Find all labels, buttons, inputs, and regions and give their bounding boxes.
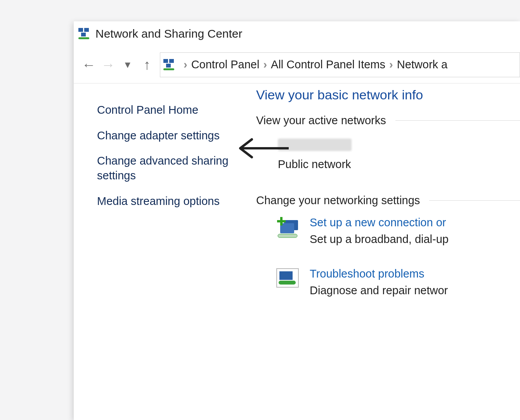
option-setup-connection[interactable]: Set up a new connection or Set up a broa… xyxy=(276,216,520,246)
section-label: View your active networks xyxy=(256,114,386,127)
content-area: Control Panel Home Change adapter settin… xyxy=(74,83,520,420)
troubleshoot-icon xyxy=(276,267,301,291)
breadcrumb-item[interactable]: Network a xyxy=(397,58,448,71)
option-troubleshoot[interactable]: Troubleshoot problems Diagnose and repai… xyxy=(276,267,520,297)
nav-back-button[interactable]: ← xyxy=(80,56,98,74)
nav-recent-menu[interactable]: ▼ xyxy=(119,56,137,74)
sidebar-link-adapter[interactable]: Change adapter settings xyxy=(97,128,237,143)
option-link[interactable]: Troubleshoot problems xyxy=(310,267,448,280)
sidebar-link-media[interactable]: Media streaming options xyxy=(97,194,237,209)
setup-connection-icon xyxy=(276,216,301,240)
section-label: Change your networking settings xyxy=(256,194,420,207)
nav-forward-button[interactable]: → xyxy=(99,56,117,74)
option-desc: Diagnose and repair networ xyxy=(310,284,448,297)
chevron-right-icon: › xyxy=(389,58,393,71)
nav-up-button[interactable]: ↑ xyxy=(138,56,156,74)
network-name-redacted xyxy=(278,139,352,151)
sidebar-link-advanced[interactable]: Change advanced sharing settings xyxy=(97,154,237,183)
sidebar: Control Panel Home Change adapter settin… xyxy=(74,83,256,420)
breadcrumb-item[interactable]: Control Panel xyxy=(191,58,260,71)
breadcrumb-network-icon xyxy=(163,58,176,71)
title-bar: Network and Sharing Center xyxy=(74,21,520,46)
chevron-right-icon: › xyxy=(263,58,267,71)
main-panel: View your basic network info View your a… xyxy=(256,83,520,420)
network-type: Public network xyxy=(278,158,520,171)
window-title: Network and Sharing Center xyxy=(95,27,243,40)
network-icon xyxy=(78,27,91,40)
network-sharing-window: Network and Sharing Center ← → ▼ ↑ › Con… xyxy=(74,21,520,420)
address-bar[interactable]: › Control Panel › All Control Panel Item… xyxy=(160,52,520,77)
divider xyxy=(429,200,520,201)
breadcrumb-item[interactable]: All Control Panel Items xyxy=(271,58,385,71)
divider xyxy=(395,120,520,121)
active-networks-heading: View your active networks xyxy=(256,114,520,127)
toolbar: ← → ▼ ↑ › Control Panel › All Control Pa… xyxy=(74,46,520,83)
page-heading: View your basic network info xyxy=(256,87,520,102)
sidebar-link-home[interactable]: Control Panel Home xyxy=(97,103,237,118)
chevron-right-icon: › xyxy=(184,58,187,71)
option-link[interactable]: Set up a new connection or xyxy=(310,216,449,229)
change-settings-heading: Change your networking settings xyxy=(256,194,520,207)
option-desc: Set up a broadband, dial-up xyxy=(310,233,449,246)
